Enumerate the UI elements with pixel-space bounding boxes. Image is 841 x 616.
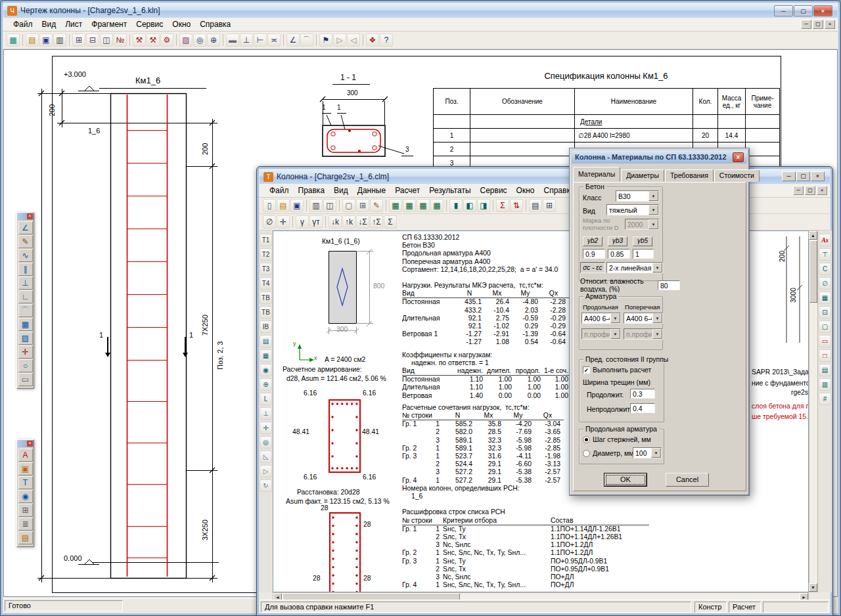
zoom-icon[interactable]: ◎ <box>193 33 206 47</box>
main-titlebar[interactable]: Ч Чертеж колонны - [Charge2sv_1_6.kln] ─… <box>3 3 838 18</box>
menu-item-Справка[interactable]: Справка <box>195 18 235 30</box>
mdi-close-button[interactable]: × <box>817 186 827 195</box>
as-results-icon[interactable]: As <box>819 234 831 246</box>
marker-icon[interactable]: ⚑ <box>319 33 332 47</box>
text-block-icon[interactable]: Т <box>18 476 33 489</box>
section-box-icon[interactable]: ⊡ <box>819 306 831 319</box>
dim-vertical-icon[interactable]: ⊥ <box>240 33 253 47</box>
t-section-icon[interactable]: ⊥ <box>260 407 272 420</box>
gamma-b5-button[interactable]: γb5 <box>633 236 652 246</box>
arc-icon[interactable]: ⌒ <box>18 304 33 317</box>
new-icon[interactable]: ▯ <box>263 199 276 212</box>
print-icon[interactable]: ▥ <box>309 199 323 212</box>
bar-diameter-radio[interactable]: Диаметр, мм <box>583 449 633 457</box>
section-t1-icon[interactable]: Т1 <box>260 234 272 246</box>
concrete-class-select[interactable]: B30▼ <box>616 190 659 202</box>
copy-icon[interactable]: ⊞ <box>72 33 85 47</box>
humidity-field[interactable]: 80 <box>658 280 680 290</box>
dropdown-arrow-icon[interactable]: ▼ <box>651 448 661 458</box>
gamma-b2-field[interactable]: 0.9 <box>583 249 605 259</box>
sum-icon[interactable]: Σ <box>496 199 509 212</box>
cancel-button[interactable]: Cancel <box>666 473 709 487</box>
long-crack-field[interactable]: 0.3 <box>630 389 655 399</box>
tab-Требования[interactable]: Требования <box>665 169 714 182</box>
section-star-icon[interactable]: ✛ <box>277 215 290 229</box>
axes-cross-icon[interactable]: ✛ <box>18 345 33 359</box>
scroll-up-icon[interactable]: ▲ <box>809 231 817 240</box>
dim-chain-icon[interactable]: ≍ <box>267 33 281 47</box>
doc-list-icon[interactable]: ≣ <box>18 517 33 531</box>
gamma-f-icon[interactable]: γ <box>296 215 309 229</box>
tools-icon[interactable]: ⚙ <box>160 33 173 47</box>
menu-item-Расчет[interactable]: Расчет <box>390 185 424 196</box>
dim-radius-icon[interactable]: ⌒ <box>300 33 313 47</box>
dropdown-arrow-icon[interactable]: ▼ <box>648 205 658 215</box>
dim-horizontal-icon[interactable]: ⊢ <box>254 33 267 47</box>
long-reinf-select[interactable]: A400 6-4▼ <box>581 313 621 324</box>
preview-icon[interactable]: ◫ <box>323 199 336 212</box>
save-icon[interactable]: ▣ <box>39 33 53 47</box>
open-icon[interactable]: ▤ <box>26 33 39 47</box>
section-t3-icon[interactable]: Т3 <box>260 263 272 275</box>
doc-copy-icon[interactable]: ⊞ <box>18 504 33 517</box>
vertical-scrollbar[interactable]: ▲ ▼ <box>809 231 818 592</box>
menu-item-Результаты[interactable]: Результаты <box>424 185 475 196</box>
refresh-icon[interactable]: ↻ <box>260 479 272 492</box>
menu-item-Окно[interactable]: Окно <box>168 18 195 30</box>
sigma-down-icon[interactable]: ↓Σ <box>356 215 369 229</box>
gamma-b2-button[interactable]: γb2 <box>583 236 602 246</box>
report-grid-icon[interactable]: ⊞ <box>543 199 556 212</box>
hammer-2-icon[interactable]: ⚒ <box>147 33 160 47</box>
sheet-icon[interactable]: ▦ <box>7 33 20 47</box>
table-cols-icon[interactable]: ▥ <box>819 378 831 391</box>
edit-pencil-icon[interactable]: ✎ <box>370 199 383 212</box>
mdi-minimize-button[interactable]: ─ <box>801 20 811 29</box>
ok-button[interactable]: OK <box>604 473 647 487</box>
scheme-tb-icon[interactable]: ТВ <box>260 306 272 319</box>
hammer-icon[interactable]: ⚒ <box>133 33 146 47</box>
menu-item-Правка[interactable]: Правка <box>294 185 330 196</box>
menu-item-Сервис[interactable]: Сервис <box>476 185 512 196</box>
spacing-value-select[interactable]: 100▼ <box>633 447 662 458</box>
picture-icon[interactable]: ▣ <box>18 462 33 475</box>
rebar-c-icon[interactable]: С <box>819 263 831 275</box>
fragments-icon[interactable]: ◫ <box>100 33 113 47</box>
numbering-icon[interactable]: № <box>114 33 127 47</box>
dropdown-arrow-icon[interactable]: ▼ <box>652 263 662 273</box>
maximize-button[interactable]: ▢ <box>794 5 813 16</box>
fi-n-icon[interactable]: ∅ <box>263 215 276 229</box>
menu-item-Сервис[interactable]: Сервис <box>131 18 168 30</box>
plus-teal-icon[interactable]: ⊕ <box>260 378 272 391</box>
menu-item-Данные[interactable]: Данные <box>353 185 390 196</box>
text-a-icon[interactable]: А <box>18 449 33 462</box>
k-down-icon[interactable]: ↓k <box>329 215 342 229</box>
column-view-icon[interactable]: ◨ <box>477 199 490 212</box>
k-up-icon[interactable]: ↑k <box>342 215 355 229</box>
triangle-icon[interactable]: ◺ <box>260 451 272 463</box>
menu-item-Лист[interactable]: Лист <box>60 18 87 30</box>
palette-close-icon[interactable]: × <box>27 213 33 219</box>
globe-icon[interactable]: ◉ <box>18 490 33 503</box>
diameter-icon[interactable]: ∅ <box>819 277 831 290</box>
restore-button[interactable]: ▢ <box>796 171 810 181</box>
minimize-button[interactable]: ─ <box>782 171 796 181</box>
parallel-lines-icon[interactable]: ∥ <box>18 263 33 276</box>
report-table-icon[interactable]: ▤ <box>529 199 542 212</box>
sigma-up-icon[interactable]: ↑Σ <box>370 215 383 229</box>
erase-icon[interactable]: ▭ <box>18 373 33 386</box>
pencil-icon[interactable]: ✎ <box>18 235 33 248</box>
tab-Материалы[interactable]: Материалы <box>573 167 620 182</box>
box-section-icon[interactable]: ◎ <box>260 436 272 449</box>
scheme-ib-icon[interactable]: IВ <box>260 320 272 333</box>
gamma-t-icon[interactable]: γт <box>309 215 323 229</box>
palette-close-icon[interactable]: × <box>27 441 33 447</box>
zoom-plus-icon[interactable]: ⊕ <box>207 33 220 47</box>
section-t4-icon[interactable]: Т4 <box>260 277 272 290</box>
sigma-diagram-select[interactable]: 2-х линейная▼ <box>606 262 663 273</box>
sum-total-icon[interactable]: Σ <box>384 215 397 229</box>
vscroll-thumb[interactable] <box>809 240 817 303</box>
select-frame-icon[interactable]: ▢ <box>342 199 355 212</box>
perpendicular-icon[interactable]: ⊥ <box>18 276 33 290</box>
save-icon[interactable]: ▣ <box>290 199 304 212</box>
palette-header[interactable]: × <box>17 213 34 220</box>
